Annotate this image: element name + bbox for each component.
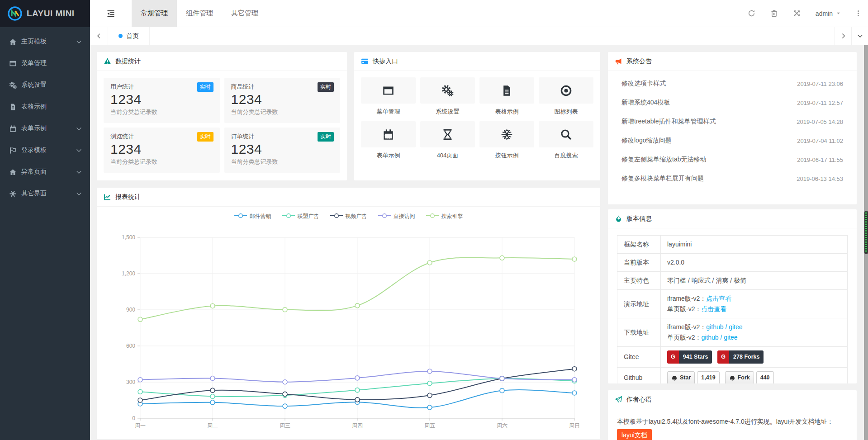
app: LAYUI MINI 主页模板菜单管理系统设置表格示例表单示例登录模板异常页面其… <box>0 0 868 440</box>
sidebar-item-5[interactable]: 表单示例 <box>0 118 90 139</box>
tabs-scroll-left-button[interactable] <box>90 27 108 45</box>
github-count[interactable]: 1,419 <box>697 371 719 383</box>
announcement-date: 2019-07-11 23:06 <box>797 80 843 87</box>
brand[interactable]: LAYUI MINI <box>0 0 90 27</box>
quick-entry[interactable]: 404页面 <box>420 121 475 160</box>
tabs-menu-button[interactable] <box>851 27 868 45</box>
panel-title: 系统公告 <box>626 57 652 66</box>
gitee-badge[interactable]: G278 Forks <box>717 350 764 364</box>
gitee-badge[interactable]: G941 Stars <box>667 350 712 364</box>
stat-card: 订单统计实时1234当前分类总记录数 <box>224 128 341 173</box>
module-tab-2[interactable]: 组件管理 <box>177 0 222 27</box>
quick-entry[interactable]: 表单示例 <box>361 121 416 160</box>
tabbar-controls <box>835 27 868 45</box>
gitee-icon: G <box>717 350 729 364</box>
sidebar-toggle-button[interactable] <box>90 0 132 27</box>
fullscreen-button[interactable] <box>786 0 808 27</box>
github-action-label: Fork <box>738 373 750 383</box>
snowflake-icon <box>501 128 513 141</box>
quick-entry[interactable]: 按钮示例 <box>479 121 534 160</box>
legend-label: 联盟广告 <box>298 213 319 220</box>
announcement-text: 修复多模块菜单栏展开有问题 <box>621 175 704 183</box>
more-dots-icon <box>855 10 862 17</box>
legend-item[interactable]: 搜索引擎 <box>426 213 463 220</box>
announcement-date: 2019-07-11 12:57 <box>797 99 843 106</box>
version-link[interactable]: github <box>701 334 718 341</box>
scrollbar-thumb[interactable] <box>864 211 868 254</box>
github-action-label: Star <box>680 373 691 383</box>
version-link[interactable]: 点击查看 <box>706 295 731 302</box>
quick-entry-box <box>420 77 475 104</box>
version-row-value: v2.0.0 <box>661 254 848 272</box>
layui-doc-button[interactable]: layui文档 <box>617 429 652 440</box>
sidebar-item-3[interactable]: 系统设置 <box>0 74 90 96</box>
svg-text:周六: 周六 <box>497 422 508 429</box>
version-row: 演示地址iframe版-v2：点击查看单页版-v2：点击查看 <box>617 290 848 318</box>
svg-text:600: 600 <box>126 343 135 349</box>
sidebar-item-7[interactable]: 异常页面 <box>0 161 90 183</box>
search-icon <box>560 128 572 141</box>
more-menu-button[interactable] <box>848 0 868 27</box>
panel-author-header: 作者心语 <box>608 390 857 409</box>
refresh-button[interactable] <box>740 0 763 27</box>
brand-title: LAYUI MINI <box>27 9 75 19</box>
version-row: 下载地址iframe版-v2：github / gitee单页版-v2：gith… <box>617 318 848 347</box>
quick-entry[interactable]: 表格示例 <box>479 77 534 116</box>
sidebar-item-8[interactable]: 其它界面 <box>0 183 90 204</box>
sidebar-item-4[interactable]: 表格示例 <box>0 96 90 118</box>
version-row-label: 演示地址 <box>617 290 661 318</box>
svg-text:周四: 周四 <box>352 422 363 429</box>
version-link[interactable]: gitee <box>729 323 742 331</box>
legend-item[interactable]: 直接访问 <box>378 213 415 220</box>
panel-title: 版本信息 <box>626 215 652 223</box>
github-fork-button[interactable]: Fork <box>725 371 754 383</box>
github-count[interactable]: 440 <box>756 371 774 383</box>
quick-entry-label: 百度搜索 <box>539 151 593 160</box>
stat-card: 商品统计实时1234当前分类总记录数 <box>224 78 341 123</box>
announcement-date: 2019-06-17 11:55 <box>797 156 843 163</box>
github-star-button[interactable]: Star <box>667 371 695 383</box>
sidebar-item-2[interactable]: 菜单管理 <box>0 52 90 74</box>
version-row: 框架名称layuimini <box>617 236 848 254</box>
quick-entry[interactable]: 百度搜索 <box>539 121 593 160</box>
version-row-value: layuimini <box>661 236 848 254</box>
panel-title: 报表统计 <box>115 193 141 201</box>
panel-quick: 快捷入口 菜单管理系统设置表格示例图标列表表单示例404页面按钮示例百度搜索 <box>354 52 600 180</box>
legend-label: 视频广告 <box>346 213 367 220</box>
link-prefix: 单页版-v2： <box>667 305 701 312</box>
version-link[interactable]: 点击查看 <box>701 305 726 312</box>
tab-home[interactable]: 首页 <box>108 27 150 45</box>
sidebar-item-6[interactable]: 登录模板 <box>0 139 90 161</box>
legend-item[interactable]: 联盟广告 <box>282 213 319 220</box>
quick-entry[interactable]: 图标列表 <box>539 77 593 116</box>
calendar-icon <box>382 128 394 141</box>
header: 常规管理组件管理其它管理 admin <box>90 0 868 27</box>
version-row-value: iframe版-v2：点击查看单页版-v2：点击查看 <box>661 290 848 318</box>
version-link[interactable]: gitee <box>724 334 737 341</box>
module-tab-3[interactable]: 其它管理 <box>222 0 267 27</box>
sidebar-item-label: 其它界面 <box>21 189 47 198</box>
announcement-row: 新增系统404模板2019-07-11 12:57 <box>608 93 857 112</box>
tabs-scroll-right-button[interactable] <box>835 27 851 45</box>
user-menu[interactable]: admin <box>808 0 848 27</box>
sidebar-item-label: 异常页面 <box>21 168 47 176</box>
version-link[interactable]: github <box>706 323 723 331</box>
legend-item[interactable]: 视频广告 <box>330 213 367 220</box>
svg-text:周日: 周日 <box>569 422 580 429</box>
panel-title: 数据统计 <box>115 57 141 66</box>
module-tab-1[interactable]: 常规管理 <box>132 0 177 27</box>
announcement-text: 修复左侧菜单缩放tab无法移动 <box>621 156 706 164</box>
quick-entry-box <box>479 77 534 104</box>
clear-cache-button[interactable] <box>763 0 786 27</box>
stat-card: 浏览统计实时1234当前分类总记录数 <box>104 128 220 173</box>
quick-entry-label: 按钮示例 <box>479 151 534 160</box>
quick-entry-label: 系统设置 <box>420 108 475 116</box>
link-separator: / <box>719 334 724 341</box>
quick-entry[interactable]: 菜单管理 <box>361 77 416 116</box>
svg-text:300: 300 <box>126 379 135 385</box>
quick-entry[interactable]: 系统设置 <box>420 77 475 116</box>
sidebar-item-1[interactable]: 主页模板 <box>0 31 90 52</box>
legend-label: 搜索引擎 <box>441 213 463 220</box>
legend-item[interactable]: 邮件营销 <box>234 213 271 220</box>
home-icon <box>9 168 17 176</box>
